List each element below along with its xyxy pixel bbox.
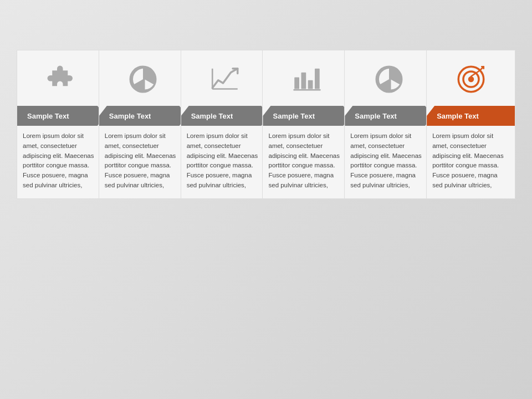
arrow-wrap-1: Sample Text <box>17 106 105 126</box>
text-area-3: Lorem ipsum dolor sit amet, consectetuer… <box>181 126 269 198</box>
arrow-label-6: Sample Text <box>434 112 479 120</box>
step-6: Sample Text Lorem ipsum dolor sit amet, … <box>426 50 515 199</box>
svg-rect-5 <box>315 69 320 89</box>
text-area-6: Lorem ipsum dolor sit amet, consectetuer… <box>427 126 515 198</box>
step-3: Sample Text Lorem ipsum dolor sit amet, … <box>181 50 270 199</box>
text-area-2: Lorem ipsum dolor sit amet, consectetuer… <box>99 126 187 198</box>
arrow-label-1: Sample Text <box>25 112 69 120</box>
arrow-body-5: Sample Text <box>345 106 433 126</box>
step-card-5: Sample Text Lorem ipsum dolor sit amet, … <box>344 50 433 199</box>
arrow-label-3: Sample Text <box>189 112 233 120</box>
arrow-body-1: Sample Text <box>17 106 105 126</box>
step-4: Sample Text Lorem ipsum dolor sit amet, … <box>262 50 351 199</box>
step-5: Sample Text Lorem ipsum dolor sit amet, … <box>344 50 433 199</box>
arrow-body-2: Sample Text <box>99 106 187 126</box>
step-card-6: Sample Text Lorem ipsum dolor sit amet, … <box>426 50 515 199</box>
arrow-wrap-6: Sample Text <box>427 106 515 126</box>
svg-point-9 <box>468 76 474 83</box>
icon-area-5 <box>345 50 433 106</box>
svg-rect-3 <box>301 73 306 89</box>
flow-container: Sample Text Lorem ipsum dolor sit amet, … <box>17 50 515 199</box>
icon-area-1 <box>17 50 105 106</box>
step-card-4: Sample Text Lorem ipsum dolor sit amet, … <box>262 50 351 199</box>
step-card-3: Sample Text Lorem ipsum dolor sit amet, … <box>181 50 270 199</box>
arrow-body-3: Sample Text <box>181 106 269 126</box>
arrow-wrap-5: Sample Text <box>345 106 433 126</box>
arrow-wrap-4: Sample Text <box>263 106 351 126</box>
text-area-5: Lorem ipsum dolor sit amet, consectetuer… <box>345 126 433 198</box>
step-2: Sample Text Lorem ipsum dolor sit amet, … <box>99 50 188 199</box>
icon-area-6 <box>427 50 515 106</box>
arrow-body-4: Sample Text <box>263 106 351 126</box>
svg-rect-4 <box>308 80 313 89</box>
step-card-1: Sample Text Lorem ipsum dolor sit amet, … <box>17 50 106 199</box>
slide: Sample Text Lorem ipsum dolor sit amet, … <box>0 0 532 399</box>
arrow-label-2: Sample Text <box>107 112 151 120</box>
icon-area-3 <box>181 50 269 106</box>
arrow-label-5: Sample Text <box>352 112 397 120</box>
arrow-label-4: Sample Text <box>270 112 315 120</box>
text-area-1: Lorem ipsum dolor sit amet, consectetuer… <box>17 126 105 198</box>
arrow-wrap-3: Sample Text <box>181 106 269 126</box>
svg-rect-2 <box>294 78 299 89</box>
icon-area-4 <box>263 50 351 106</box>
icon-area-2 <box>99 50 187 106</box>
step-card-2: Sample Text Lorem ipsum dolor sit amet, … <box>99 50 188 199</box>
text-area-4: Lorem ipsum dolor sit amet, consectetuer… <box>263 126 351 198</box>
arrow-body-6: Sample Text <box>427 106 515 126</box>
step-1: Sample Text Lorem ipsum dolor sit amet, … <box>17 50 106 199</box>
arrow-wrap-2: Sample Text <box>99 106 187 126</box>
